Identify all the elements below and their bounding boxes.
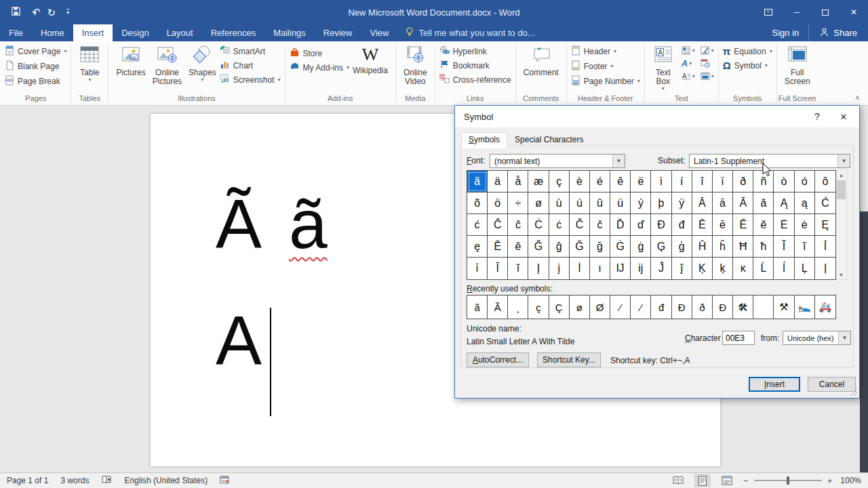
symbol-cell[interactable]: ç bbox=[549, 171, 570, 192]
signature-line-button[interactable]: ▾ bbox=[701, 46, 714, 55]
proofing-icon[interactable] bbox=[101, 475, 112, 487]
symbol-cell[interactable]: æ bbox=[528, 171, 549, 192]
symbol-cell[interactable]: ô bbox=[815, 171, 835, 192]
maximize-button[interactable] bbox=[811, 0, 840, 24]
comment-button[interactable]: Comment bbox=[520, 43, 562, 77]
symbol-cell[interactable]: ÿ bbox=[672, 192, 692, 214]
symbol-cell[interactable]: õ bbox=[467, 192, 488, 214]
symbol-cell[interactable]: Ą bbox=[774, 192, 794, 214]
symbol-cell[interactable]: Ċ bbox=[528, 214, 549, 236]
symbol-cell[interactable]: Ě bbox=[488, 236, 508, 258]
share-button[interactable]: Share bbox=[808, 24, 868, 41]
word-count[interactable]: 3 words bbox=[60, 476, 89, 485]
symbol-cell[interactable]: ú bbox=[570, 192, 590, 214]
symbol-cell[interactable]: ö bbox=[488, 192, 508, 214]
print-layout-icon[interactable] bbox=[694, 474, 711, 487]
tab-insert[interactable]: Insert bbox=[73, 24, 113, 41]
read-mode-icon[interactable] bbox=[670, 474, 686, 487]
symbol-cell[interactable]: Ļ bbox=[795, 258, 815, 279]
drop-cap-button[interactable]: A▾ bbox=[682, 72, 695, 81]
symbol-cell[interactable]: Ĩ bbox=[774, 236, 794, 258]
save-icon[interactable] bbox=[11, 6, 21, 19]
symbol-cell[interactable]: Č bbox=[570, 214, 590, 236]
bookmark-button[interactable]: Bookmark bbox=[439, 60, 511, 71]
symbol-cell[interactable]: ċ bbox=[549, 214, 570, 236]
table-button[interactable]: Table▾ bbox=[75, 43, 104, 83]
tab-view[interactable]: View bbox=[361, 24, 397, 41]
autocorrect-button[interactable]: AutoCorrect... bbox=[467, 352, 529, 367]
symbol-cell[interactable]: ï bbox=[713, 171, 733, 192]
symbol-cell[interactable]: ù bbox=[549, 192, 570, 214]
symbol-cell[interactable]: ě bbox=[508, 236, 528, 258]
symbol-cell[interactable]: Ā bbox=[692, 192, 713, 214]
symbol-cell[interactable]: Ķ bbox=[692, 258, 713, 279]
symbol-cell[interactable]: ħ bbox=[753, 236, 774, 258]
symbol-cell[interactable]: ø bbox=[528, 192, 549, 214]
redo-button[interactable]: ↻ bbox=[47, 7, 56, 18]
zoom-in-icon[interactable]: + bbox=[827, 476, 833, 486]
online-pictures-button[interactable]: Online Pictures bbox=[149, 43, 185, 86]
scroll-down-icon[interactable]: ▼ bbox=[839, 272, 844, 279]
character-code-input[interactable] bbox=[722, 331, 755, 345]
symbol-cell[interactable]: ĉ bbox=[508, 214, 528, 236]
symbol-cell[interactable]: Ę bbox=[815, 214, 835, 236]
recent-symbol-cell[interactable]: ¸ bbox=[508, 296, 528, 319]
symbol-cell[interactable]: İ bbox=[570, 258, 590, 279]
symbol-cell[interactable]: ĺ bbox=[774, 258, 794, 279]
symbol-cell[interactable]: ĩ bbox=[795, 236, 815, 258]
symbol-cell[interactable]: ĸ bbox=[733, 258, 753, 279]
symbol-cell[interactable]: ê bbox=[610, 171, 631, 192]
font-dropdown[interactable]: (normal text) ▼ bbox=[490, 154, 625, 168]
minimize-button[interactable]: ─ bbox=[783, 0, 811, 24]
my-addins-button[interactable]: My Add-ins▾ bbox=[290, 62, 349, 73]
symbol-cell[interactable]: Ħ bbox=[733, 236, 753, 258]
recent-symbol-cell[interactable]: ⚒ bbox=[774, 296, 794, 319]
undo-button[interactable]: ↶▾ bbox=[32, 6, 37, 18]
symbol-cell[interactable]: ó bbox=[795, 171, 815, 192]
tab-layout[interactable]: Layout bbox=[158, 24, 202, 41]
web-layout-icon[interactable] bbox=[719, 474, 735, 487]
help-icon[interactable]: ? bbox=[810, 110, 824, 123]
symbol-cell[interactable]: ĳ bbox=[631, 258, 651, 279]
recent-symbol-cell[interactable]: ø bbox=[570, 296, 590, 319]
symbol-cell[interactable]: ı bbox=[590, 258, 610, 279]
symbol-cell[interactable]: Ĝ bbox=[528, 236, 549, 258]
shapes-button[interactable]: Shapes▾ bbox=[185, 43, 220, 83]
symbol-cell[interactable]: í bbox=[672, 171, 692, 192]
recent-symbol-cell[interactable]: Ç bbox=[549, 296, 570, 319]
recent-symbol-cell[interactable]: 🚑 bbox=[815, 296, 835, 319]
recent-symbol-cell[interactable]: 🛌 bbox=[795, 296, 815, 319]
customize-qat-icon[interactable]: ▾ bbox=[66, 9, 69, 16]
scroll-up-icon[interactable]: ▲ bbox=[839, 171, 844, 178]
date-time-button[interactable] bbox=[701, 58, 714, 68]
wordart-button[interactable]: A▾ bbox=[682, 58, 695, 68]
symbol-cell[interactable]: Ģ bbox=[651, 236, 671, 258]
zoom-slider[interactable] bbox=[754, 480, 822, 481]
symbol-cell[interactable]: ģ bbox=[672, 236, 692, 258]
symbol-cell[interactable]: è bbox=[570, 171, 590, 192]
recent-symbol-cell[interactable]: ã bbox=[467, 296, 488, 319]
symbol-cell[interactable]: ć bbox=[467, 214, 488, 236]
symbol-cell[interactable]: ġ bbox=[631, 236, 651, 258]
symbol-cell[interactable]: ì bbox=[651, 171, 671, 192]
ribbon-display-options-button[interactable] bbox=[754, 0, 783, 24]
symbol-cell[interactable]: ē bbox=[713, 214, 733, 236]
symbol-cell[interactable]: Ī bbox=[815, 236, 835, 258]
shortcut-key-button[interactable]: Shortcut Key... bbox=[537, 352, 601, 367]
symbol-cell[interactable]: ä bbox=[488, 171, 508, 192]
store-button[interactable]: Store bbox=[290, 47, 349, 59]
symbol-cell[interactable]: đ bbox=[672, 214, 692, 236]
symbol-cell[interactable]: û bbox=[590, 192, 610, 214]
symbol-cell[interactable]: Ć bbox=[815, 192, 835, 214]
collapse-ribbon-icon[interactable]: ∧ bbox=[855, 94, 860, 101]
symbol-cell[interactable]: î bbox=[692, 171, 713, 192]
symbol-cell[interactable]: Ĥ bbox=[692, 236, 713, 258]
symbol-cell[interactable]: Ď bbox=[610, 214, 631, 236]
header-button[interactable]: Header▾ bbox=[571, 45, 640, 58]
recent-symbol-cell[interactable]: ç bbox=[528, 296, 549, 319]
undo-dropdown-icon[interactable]: ▾ bbox=[34, 11, 37, 17]
recent-symbol-cell[interactable]: đ bbox=[651, 296, 671, 319]
symbol-cell[interactable]: Ĉ bbox=[488, 214, 508, 236]
symbol-button[interactable]: ΩSymbol▾ bbox=[723, 61, 772, 70]
blank-page-button[interactable]: Blank Page bbox=[5, 60, 66, 73]
